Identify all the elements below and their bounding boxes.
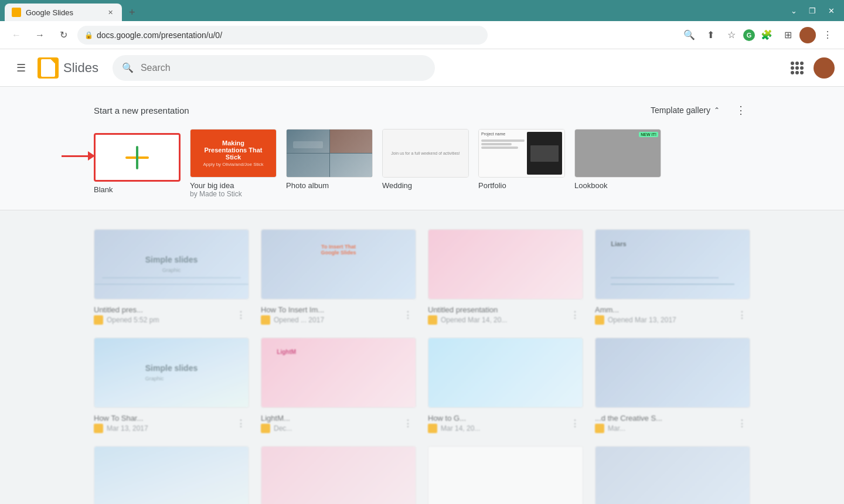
forward-button[interactable]: → xyxy=(30,26,49,45)
bookmark-icon-btn[interactable]: ☆ xyxy=(722,26,741,45)
presentation-card-9[interactable]: How To Shar... Ide... G... ... ⋮ xyxy=(94,446,249,504)
card-footer-6: LightM... Dec... ⋮ xyxy=(261,413,416,434)
card-date-2: Opened ... 2017 xyxy=(274,316,324,324)
plus-vertical xyxy=(136,146,138,169)
card-info-7: How to G... Mar 14, 20... xyxy=(428,414,480,433)
card-more-btn-6[interactable]: ⋮ xyxy=(400,416,416,432)
presentation-card-11[interactable]: Untitled pre... ... ⋮ xyxy=(428,446,583,504)
search-bar[interactable]: 🔍 xyxy=(113,55,435,81)
card-more-btn-7[interactable]: ⋮ xyxy=(567,416,583,432)
presentation-card-3[interactable]: Untitled presentation Opened Mar 14, 20.… xyxy=(428,229,583,326)
card-thumb-10 xyxy=(261,446,416,504)
template-gallery-button[interactable]: Template gallery ⌃ xyxy=(644,102,727,118)
card-footer-1: Untitled pres... Opened 5:52 pm ⋮ xyxy=(94,304,249,326)
presentation-card-4[interactable]: Liars Amm... Opened Mar 13, 2017 xyxy=(595,229,750,326)
template-blank[interactable]: Blank xyxy=(94,133,181,194)
extension-icon[interactable]: G xyxy=(743,29,755,41)
portfolio-line-1 xyxy=(481,139,525,142)
presentation-card-8[interactable]: ...d the Creative S... Mar... ⋮ xyxy=(595,338,750,434)
card-date-7: Mar 14, 20... xyxy=(441,424,480,433)
sidebar-toggle-btn[interactable]: ⊞ xyxy=(778,26,797,45)
header-right xyxy=(785,56,835,80)
toolbar-actions: 🔍 ⬆ ☆ G 🧩 ⊞ ⋮ xyxy=(680,26,837,45)
minimize-button[interactable]: ⌄ xyxy=(785,2,802,19)
card-more-btn-3[interactable]: ⋮ xyxy=(567,307,583,323)
template-big-idea[interactable]: MakingPresentations ThatStick Apply by O… xyxy=(190,129,277,198)
template-photo-album[interactable]: Photo album xyxy=(286,129,373,198)
template-lookbook[interactable]: NEW IT! Lookbook xyxy=(574,129,661,198)
templates-row: Blank MakingPresentations ThatStick Appl… xyxy=(0,129,844,198)
tab-close-button[interactable]: ✕ xyxy=(106,8,115,17)
user-avatar[interactable] xyxy=(814,57,835,79)
card-inner-5: Simple slidesGraphic xyxy=(145,363,198,382)
presentation-card-1[interactable]: Simple slidesGraphic Untitled pres... Op… xyxy=(94,229,249,326)
template-portfolio[interactable]: Project name Portfolio xyxy=(478,129,565,198)
menu-dots-btn[interactable]: ⋮ xyxy=(818,26,837,45)
card-more-btn-1[interactable]: ⋮ xyxy=(233,307,249,323)
hamburger-menu-button[interactable]: ☰ xyxy=(9,56,33,80)
reload-button[interactable]: ↻ xyxy=(54,26,73,45)
card-icon-6 xyxy=(261,424,270,433)
presentation-card-2[interactable]: To Insert ThatGoogle Slides How To Inser… xyxy=(261,229,416,326)
back-button[interactable]: ← xyxy=(7,26,26,45)
card-inner-2: To Insert ThatGoogle Slides xyxy=(277,244,400,256)
photo-cell-1 xyxy=(287,130,329,153)
photo-cell-3 xyxy=(287,154,329,177)
search-icon-btn[interactable]: 🔍 xyxy=(680,26,699,45)
big-idea-sublabel: by Made to Stick xyxy=(190,190,277,198)
new-tab-button[interactable]: + xyxy=(124,4,140,21)
card-inner-1: Simple slidesGraphic xyxy=(145,255,198,274)
apps-grid-button[interactable] xyxy=(785,56,809,80)
lock-icon: 🔒 xyxy=(84,31,93,39)
active-tab[interactable]: Google Slides ✕ xyxy=(5,4,122,21)
photo-album-thumb xyxy=(286,129,373,178)
recent-grid-row2: Simple slidesGraphic How To Shar... Mar … xyxy=(94,338,750,434)
card-title-7: How to G... xyxy=(428,414,480,423)
profile-avatar[interactable] xyxy=(799,27,816,43)
card-thumb-9 xyxy=(94,446,249,504)
card-info-5: How To Shar... Mar 13, 2017 xyxy=(94,414,148,433)
presentation-card-7[interactable]: How to G... Mar 14, 20... ⋮ xyxy=(428,338,583,434)
presentation-card-12[interactable]: How Idea Express to... ... ⋮ xyxy=(595,446,750,504)
presentation-card-6[interactable]: LightM LightM... Dec... ⋮ xyxy=(261,338,416,434)
template-gallery-label: Template gallery xyxy=(651,105,710,115)
tab-title: Google Slides xyxy=(26,8,101,17)
card-inner-6: LightM xyxy=(277,349,296,355)
restore-button[interactable]: ❐ xyxy=(804,2,821,19)
main-content: Start a new presentation Template galler… xyxy=(0,87,844,504)
card-more-btn-2[interactable]: ⋮ xyxy=(400,307,416,323)
card-icon-1 xyxy=(94,315,103,325)
puzzle-icon-btn[interactable]: 🧩 xyxy=(757,26,776,45)
url-text: docs.google.com/presentation/u/0/ xyxy=(97,30,222,40)
url-bar[interactable]: 🔒 docs.google.com/presentation/u/0/ xyxy=(77,26,488,45)
card-more-btn-8[interactable]: ⋮ xyxy=(734,416,750,432)
card-icon-4 xyxy=(595,315,604,325)
card-more-btn-5[interactable]: ⋮ xyxy=(233,416,249,432)
card-footer-4: Amm... Opened Mar 13, 2017 ⋮ xyxy=(595,304,750,326)
card-icon-5 xyxy=(94,424,103,433)
close-button[interactable]: ✕ xyxy=(823,2,839,19)
card-thumb-1: Simple slidesGraphic xyxy=(94,229,249,299)
card-more-btn-4[interactable]: ⋮ xyxy=(734,307,750,323)
section-actions: Template gallery ⌃ ⋮ xyxy=(644,101,750,120)
presentation-card-5[interactable]: Simple slidesGraphic How To Shar... Mar … xyxy=(94,338,249,434)
card-info-1: Untitled pres... Opened 5:52 pm xyxy=(94,305,159,325)
card-title-1: Untitled pres... xyxy=(94,305,159,314)
card-meta-5: Mar 13, 2017 xyxy=(94,424,148,433)
blank-template-thumb xyxy=(94,133,181,182)
more-options-button[interactable]: ⋮ xyxy=(731,101,750,120)
card-date-3: Opened Mar 14, 20... xyxy=(441,316,507,324)
card-title-6: LightM... xyxy=(261,414,292,423)
card-thumb-5: Simple slidesGraphic xyxy=(94,338,249,408)
card-info-4: Amm... Opened Mar 13, 2017 xyxy=(595,305,676,325)
portfolio-label: Portfolio xyxy=(478,181,565,190)
card-meta-2: Opened ... 2017 xyxy=(261,315,324,325)
card-date-5: Mar 13, 2017 xyxy=(107,424,148,433)
presentation-card-10[interactable]: How To A... ... ⋮ xyxy=(261,446,416,504)
recent-grid-row3: How To Shar... Ide... G... ... ⋮ xyxy=(94,446,750,504)
share-icon-btn[interactable]: ⬆ xyxy=(701,26,720,45)
section-title: Start a new presentation xyxy=(94,105,189,115)
search-input[interactable] xyxy=(141,63,426,73)
template-wedding[interactable]: Join us for a full weekend of activities… xyxy=(382,129,469,198)
lookbook-thumb: NEW IT! xyxy=(574,129,661,178)
